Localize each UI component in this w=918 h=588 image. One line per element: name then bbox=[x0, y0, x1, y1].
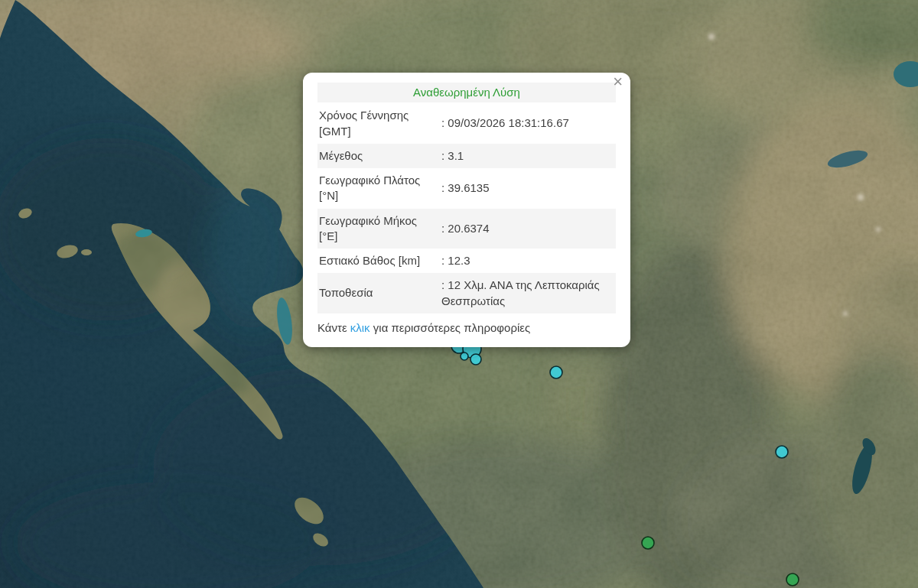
row-label: Τοποθεσία bbox=[317, 273, 437, 313]
footer-text: για περισσότερες πληροφορίες bbox=[370, 321, 531, 334]
row-value: : 20.6374 bbox=[437, 209, 616, 249]
row-value: : 09/03/2026 18:31:16.67 bbox=[437, 103, 616, 144]
table-row: Χρόνος Γέννησης [GMT] : 09/03/2026 18:31… bbox=[317, 103, 616, 144]
table-row: Γεωγραφικό Πλάτος [°N] : 39.6135 bbox=[317, 168, 616, 209]
popup-title: Αναθεωρημένη Λύση bbox=[317, 83, 616, 102]
earthquake-marker[interactable] bbox=[470, 354, 481, 365]
row-label: Εστιακό Βάθος [km] bbox=[317, 249, 437, 273]
table-row: Μέγεθος : 3.1 bbox=[317, 144, 616, 168]
table-row: Γεωγραφικό Μήκος [°E] : 20.6374 bbox=[317, 209, 616, 249]
row-value: : 12 Χλμ. ΑΝΑ της Λεπτοκαριάς Θεσπρωτίας bbox=[437, 273, 616, 313]
earthquake-marker[interactable] bbox=[550, 366, 562, 378]
row-value: : 39.6135 bbox=[437, 168, 616, 209]
table-row: Τοποθεσία : 12 Χλμ. ΑΝΑ της Λεπτοκαριάς … bbox=[317, 273, 616, 313]
more-info-link[interactable]: κλικ bbox=[350, 321, 370, 334]
row-label: Μέγεθος bbox=[317, 144, 437, 168]
earthquake-marker[interactable] bbox=[461, 352, 468, 360]
map-viewport: × Αναθεωρημένη Λύση Χρόνος Γέννησης [GMT… bbox=[0, 0, 918, 588]
earthquake-marker[interactable] bbox=[642, 537, 654, 549]
earthquake-marker[interactable] bbox=[786, 573, 799, 586]
row-value: : 3.1 bbox=[437, 144, 616, 168]
row-label: Γεωγραφικό Πλάτος [°N] bbox=[317, 168, 437, 209]
earthquake-marker[interactable] bbox=[776, 446, 788, 458]
row-value: : 12.3 bbox=[437, 249, 616, 273]
footer-text: Κάντε bbox=[317, 321, 350, 334]
row-label: Γεωγραφικό Μήκος [°E] bbox=[317, 209, 437, 249]
earthquake-popup: × Αναθεωρημένη Λύση Χρόνος Γέννησης [GMT… bbox=[303, 73, 630, 347]
earthquake-info-table: Χρόνος Γέννησης [GMT] : 09/03/2026 18:31… bbox=[317, 103, 616, 313]
popup-close-icon[interactable]: × bbox=[613, 73, 623, 90]
row-label: Χρόνος Γέννησης [GMT] bbox=[317, 103, 437, 144]
table-row: Εστιακό Βάθος [km] : 12.3 bbox=[317, 249, 616, 273]
popup-footer: Κάντε κλικ για περισσότερες πληροφορίες bbox=[317, 320, 616, 336]
